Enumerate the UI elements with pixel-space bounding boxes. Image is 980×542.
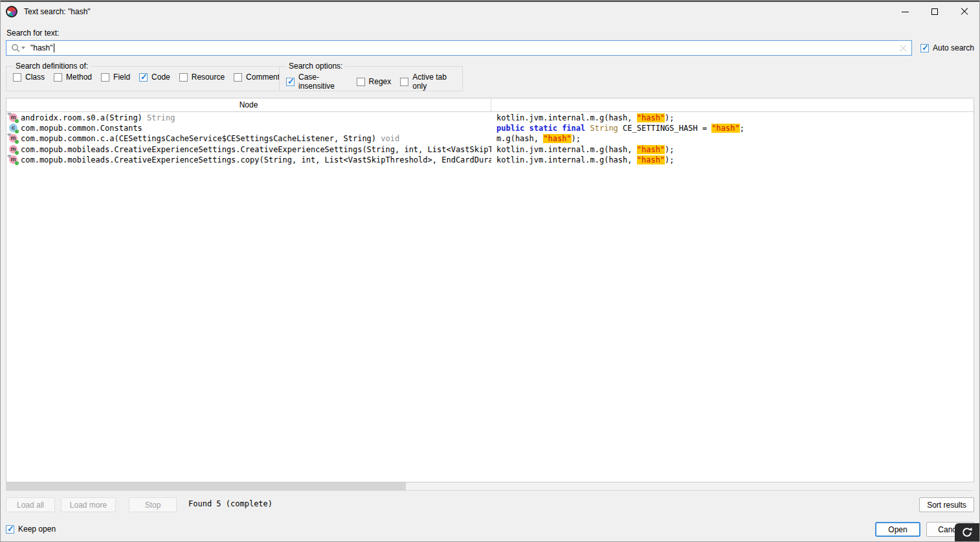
checkbox-regex[interactable]: Regex bbox=[357, 77, 392, 86]
code-text: ); bbox=[665, 145, 674, 154]
results-table: Node mandroidx.room.s0.a(String) Stringk… bbox=[6, 98, 974, 482]
checkbox-label: Case-insensitive bbox=[298, 73, 348, 91]
checkbox-label: Method bbox=[66, 73, 92, 82]
result-row[interactable]: mcom.mopub.common.c.a(CESettingsCacheSer… bbox=[6, 133, 974, 144]
auto-search-checkbox[interactable]: Auto search bbox=[920, 43, 974, 52]
result-row[interactable]: mcom.mopub.mobileads.CreativeExperienceS… bbox=[6, 144, 974, 155]
maximize-button[interactable] bbox=[920, 2, 950, 21]
maximize-icon bbox=[931, 8, 938, 15]
code-column-header[interactable] bbox=[491, 98, 974, 111]
checkbox-box bbox=[286, 78, 295, 86]
node-cell: ccom.mopub.common.Constants bbox=[6, 123, 491, 133]
public-visibility-icon bbox=[15, 140, 19, 144]
sort-results-button[interactable]: Sort results bbox=[919, 497, 974, 512]
checkbox-label: Class bbox=[25, 73, 45, 82]
public-visibility-icon bbox=[15, 151, 19, 155]
code-text: String bbox=[590, 124, 623, 133]
checkbox-comments[interactable]: Comments bbox=[234, 73, 284, 82]
checkbox-label: Field bbox=[113, 73, 130, 82]
checkbox-box bbox=[179, 73, 188, 82]
checkbox-case-insensitive[interactable]: Case-insensitive bbox=[286, 73, 348, 91]
code-text: kotlin.jvm.internal.m.g(hash, bbox=[496, 145, 637, 154]
checkbox-box bbox=[101, 73, 109, 82]
checkbox-box bbox=[13, 73, 21, 82]
found-status: Found 5 (complete) bbox=[188, 499, 273, 508]
match-highlight: "hash" bbox=[543, 134, 571, 143]
result-row[interactable]: mcom.mopub.mobileads.CreativeExperienceS… bbox=[6, 155, 974, 165]
clear-search-icon[interactable] bbox=[900, 45, 907, 52]
search-icon bbox=[11, 43, 20, 52]
method-icon: m bbox=[9, 155, 17, 164]
checkbox-method[interactable]: Method bbox=[54, 73, 92, 82]
checkbox-box bbox=[357, 78, 365, 86]
checkbox-field[interactable]: Field bbox=[101, 73, 130, 82]
jadx-app-icon bbox=[6, 6, 17, 17]
public-visibility-icon bbox=[15, 130, 19, 133]
search-options-dropdown[interactable] bbox=[11, 43, 25, 52]
stop-button[interactable]: Stop bbox=[129, 497, 177, 512]
checkbox-code[interactable]: Code bbox=[139, 73, 170, 82]
class-icon: c bbox=[9, 124, 17, 132]
options-checkbox-row: Case-insensitiveRegexActive tab only bbox=[286, 73, 456, 91]
close-icon bbox=[961, 8, 968, 16]
code-text: ); bbox=[665, 113, 674, 122]
method-icon: m bbox=[9, 145, 17, 153]
keep-open-checkbox[interactable]: Keep open bbox=[6, 525, 56, 534]
search-for-text-label: Search for text: bbox=[6, 28, 59, 38]
close-button[interactable] bbox=[950, 2, 979, 21]
checkbox-box bbox=[234, 73, 242, 82]
node-text: com.mopub.mobileads.CreativeExperienceSe… bbox=[21, 145, 491, 154]
results-body: mandroidx.room.s0.a(String) Stringkotlin… bbox=[6, 113, 974, 165]
titlebar: Text search: "hash" bbox=[1, 2, 979, 21]
search-query-text: "hash" bbox=[30, 43, 53, 52]
node-type-suffix: String bbox=[142, 113, 175, 122]
checkbox-label: Resource bbox=[192, 73, 225, 82]
checkbox-label: Active tab only bbox=[412, 73, 456, 91]
open-button[interactable]: Open bbox=[875, 522, 920, 537]
definitions-checkbox-row: ClassMethodFieldCodeResourceComments bbox=[13, 73, 284, 82]
minimize-button[interactable] bbox=[890, 2, 920, 21]
results-header: Node bbox=[6, 98, 974, 112]
text-caret bbox=[54, 43, 54, 52]
code-text: kotlin.jvm.internal.m.g(hash, bbox=[496, 113, 637, 122]
code-text: ; bbox=[740, 124, 744, 133]
result-row[interactable]: ccom.mopub.common.Constantspublic static… bbox=[6, 123, 974, 133]
node-cell: mandroidx.room.s0.a(String) String bbox=[6, 113, 491, 123]
code-cell: kotlin.jvm.internal.m.g(hash, "hash"); bbox=[496, 155, 974, 165]
search-input[interactable]: "hash" bbox=[6, 40, 912, 56]
load-more-button[interactable]: Load more bbox=[61, 497, 116, 512]
scrollbar-thumb[interactable] bbox=[6, 482, 406, 490]
result-row[interactable]: mandroidx.room.s0.a(String) Stringkotlin… bbox=[6, 113, 974, 123]
window-title: Text search: "hash" bbox=[24, 7, 91, 16]
search-definitions-group: Search definitions of: ClassMethodFieldC… bbox=[6, 62, 291, 91]
load-all-button[interactable]: Load all bbox=[6, 497, 55, 512]
search-options-group: Search options: Case-insensitiveRegexAct… bbox=[279, 62, 463, 91]
checkbox-class[interactable]: Class bbox=[13, 73, 45, 82]
code-cell: kotlin.jvm.internal.m.g(hash, "hash"); bbox=[496, 113, 974, 123]
node-type-suffix: void bbox=[376, 134, 399, 143]
checkbox-box bbox=[920, 44, 929, 52]
checkbox-label: Auto search bbox=[933, 43, 974, 52]
node-text: com.mopub.common.c.a(CESettingsCacheServ… bbox=[21, 134, 376, 143]
node-text: androidx.room.s0.a(String) bbox=[21, 113, 142, 122]
node-column-header[interactable]: Node bbox=[6, 98, 491, 111]
checkbox-label: Comments bbox=[246, 73, 284, 82]
code-text: ); bbox=[665, 155, 674, 164]
checkbox-resource[interactable]: Resource bbox=[179, 73, 225, 82]
chevron-down-icon bbox=[21, 47, 25, 49]
minimize-icon bbox=[902, 12, 909, 12]
node-cell: mcom.mopub.mobileads.CreativeExperienceS… bbox=[6, 155, 491, 165]
match-highlight: "hash" bbox=[637, 113, 665, 122]
search-options-legend: Search options: bbox=[286, 62, 345, 71]
checkbox-box bbox=[54, 73, 62, 82]
method-icon: m bbox=[9, 134, 17, 142]
match-highlight: "hash" bbox=[711, 124, 739, 133]
node-cell: mcom.mopub.common.c.a(CESettingsCacheSer… bbox=[6, 133, 491, 144]
code-cell: m.g(hash, "hash"); bbox=[496, 133, 974, 144]
code-text: kotlin.jvm.internal.m.g(hash, bbox=[496, 155, 637, 164]
screen-share-indicator[interactable] bbox=[955, 523, 979, 541]
checkbox-box bbox=[6, 525, 14, 534]
checkbox-label: Regex bbox=[369, 77, 392, 86]
horizontal-scrollbar[interactable] bbox=[6, 482, 974, 491]
checkbox-active-tab-only[interactable]: Active tab only bbox=[400, 73, 456, 91]
